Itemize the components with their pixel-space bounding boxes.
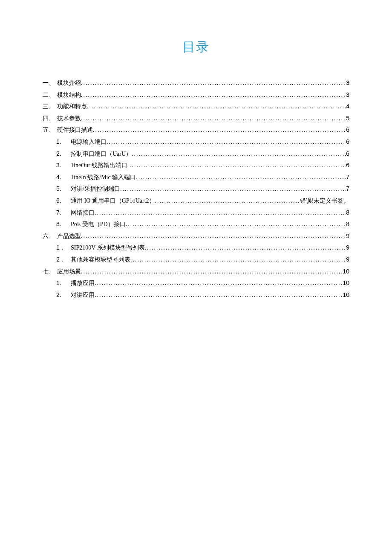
toc-page: 8 — [346, 218, 349, 230]
toc-page: 6 — [346, 160, 349, 171]
toc-entry: 二、模块结构3 — [43, 89, 349, 101]
toc-leader — [120, 183, 346, 195]
toc-label: PoE 受电（PD）接口 — [71, 219, 126, 230]
toc-label: 模块介绍 — [57, 78, 81, 89]
toc-num: 六、 — [43, 231, 55, 242]
toc-entry: 4.1ineIn 线路/Mic 输入端口7 — [43, 171, 349, 183]
toc-label: 其他兼容模块型号列表 — [71, 254, 130, 266]
toc-label: 模块结构 — [57, 90, 81, 101]
toc-page: 10 — [343, 266, 349, 277]
toc-leader — [81, 266, 343, 278]
toc-entry: 五、硬件接口描述6 — [43, 124, 349, 136]
toc-num: 二、 — [43, 90, 55, 101]
toc-num: 5. — [56, 183, 68, 195]
toc-label: 对讲应用 — [71, 290, 95, 301]
toc-label: 功能和特点 — [57, 101, 87, 113]
toc-entry: 2.对讲应用10 — [43, 289, 349, 301]
toc-leader — [93, 125, 346, 136]
toc-entry: 一、模块介绍3 — [43, 77, 349, 89]
toc-leader — [126, 219, 346, 230]
toc-leader — [155, 195, 300, 207]
toc-num: 五、 — [43, 125, 55, 136]
toc-leader — [81, 113, 346, 125]
toc-num: 1． — [56, 242, 68, 253]
toc-leader — [81, 231, 346, 242]
toc-label: 通用 IO 通用串口（GP1oUart2） — [71, 195, 155, 207]
toc-entry: 7.网络接口8 — [43, 207, 349, 219]
toc-label: SIP2100V 系列模块型号列表 — [71, 242, 145, 254]
toc-num: 三、 — [43, 101, 55, 113]
toc-num: 七、 — [43, 266, 55, 278]
toc-entry: 2．其他兼容模块型号列表9 — [43, 254, 349, 266]
toc-label: 应用场景 — [57, 266, 81, 278]
toc-entry: 四、技术参数5 — [43, 113, 349, 125]
toc-num: 2. — [56, 148, 68, 160]
toc-leader — [95, 290, 343, 301]
toc-leader — [81, 90, 346, 101]
toc-page: 4 — [346, 101, 349, 112]
toc-num: 一、 — [43, 78, 55, 89]
toc-num: 2. — [56, 289, 68, 301]
toc-label: 对讲/采播控制端口 — [71, 183, 120, 195]
toc-label: 电源输入端口 — [71, 137, 107, 148]
toc-page: 7 — [346, 171, 349, 183]
toc-page: 错误!未定义书签。 — [300, 195, 349, 206]
toc-label: 硬件接口描述 — [57, 125, 93, 136]
toc-entry: 8.PoE 受电（PD）接口8 — [43, 218, 349, 230]
toc-page: 6 — [346, 124, 349, 136]
toc-entry: 6.通用 IO 通用串口（GP1oUart2）错误!未定义书签。 — [43, 195, 349, 207]
toc-leader — [95, 278, 343, 289]
toc-leader — [132, 148, 346, 160]
toc-page: 8 — [346, 207, 349, 218]
toc-entry: 5.对讲/采播控制端口7 — [43, 183, 349, 195]
toc-label: 技术参数 — [57, 113, 81, 125]
toc-entry: 三、功能和特点4 — [43, 101, 349, 113]
toc-entry: 1.电源输入端口6 — [43, 136, 349, 148]
toc-page: 3 — [346, 89, 349, 101]
toc-leader — [136, 172, 346, 183]
toc-entry: 3.1ineOut 线路输出端口6 — [43, 160, 349, 171]
toc-label: 网络接口 — [71, 207, 95, 219]
toc-leader — [130, 254, 346, 266]
toc-page: 7 — [346, 183, 349, 195]
toc-page: 6 — [346, 148, 349, 160]
toc-page: 3 — [346, 77, 349, 89]
toc-num: 1. — [56, 136, 68, 148]
page-title: 目录 — [43, 38, 349, 56]
toc-leader — [81, 78, 346, 89]
toc-num: 四、 — [43, 113, 55, 125]
toc-num: 4. — [56, 171, 68, 183]
toc-label: 播放应用 — [71, 278, 95, 289]
toc-entry: 六、产品选型9 — [43, 230, 349, 242]
toc-label: 产品选型 — [57, 231, 81, 242]
toc-entry: 1.播放应用10 — [43, 277, 349, 289]
toc-num: 8. — [56, 218, 68, 230]
toc-page: 9 — [346, 242, 349, 253]
toc-num: 1. — [56, 277, 68, 289]
toc-leader — [87, 101, 346, 113]
toc-label: 1ineIn 线路/Mic 输入端口 — [71, 172, 136, 183]
toc-entry: 1．SIP2100V 系列模块型号列表9 — [43, 242, 349, 254]
toc-entry: 七、应用场景10 — [43, 266, 349, 278]
toc-label: 控制串口端口（UarU） — [71, 148, 132, 160]
toc-page: 10 — [343, 277, 349, 289]
table-of-contents: 一、模块介绍3 二、模块结构3 三、功能和特点4 四、技术参数5 五、硬件接口描… — [43, 77, 349, 301]
toc-num: 7. — [56, 207, 68, 218]
toc-page: 9 — [346, 254, 349, 265]
toc-leader — [95, 207, 346, 219]
toc-num: 6. — [56, 195, 68, 206]
toc-page: 10 — [343, 289, 349, 301]
toc-entry: 2.控制串口端口（UarU）6 — [43, 148, 349, 160]
toc-page: 5 — [346, 113, 349, 124]
toc-page: 6 — [346, 136, 349, 148]
toc-leader — [127, 160, 346, 171]
toc-leader — [145, 242, 346, 254]
toc-page: 9 — [346, 230, 349, 242]
toc-num: 3. — [56, 160, 68, 171]
toc-label: 1ineOut 线路输出端口 — [71, 160, 127, 171]
toc-num: 2． — [56, 254, 68, 265]
toc-leader — [107, 137, 346, 148]
